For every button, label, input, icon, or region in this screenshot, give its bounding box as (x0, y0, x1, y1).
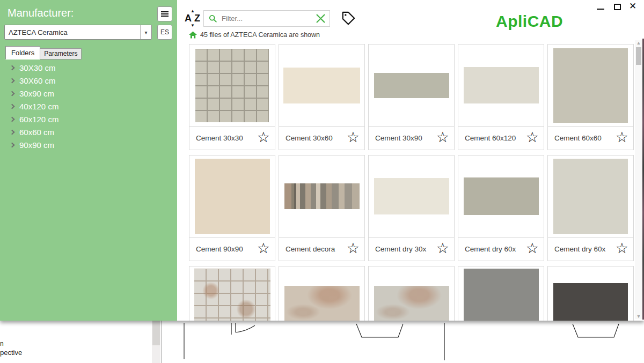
minimize-button[interactable] (597, 9, 604, 10)
tile-image (283, 68, 360, 103)
tile-card[interactable]: Cement 30x60 ☆ (279, 44, 365, 150)
tag-button[interactable] (340, 9, 357, 26)
background-panel-divider (161, 321, 162, 363)
tile-label-bar: Cement dry 60x ☆ (458, 237, 544, 261)
favorite-star-icon[interactable]: ☆ (436, 130, 449, 145)
favorite-star-icon[interactable]: ☆ (526, 241, 539, 256)
clear-filter-button[interactable] (311, 13, 330, 24)
library-main-area: AZ ▲ ▼ Ap (177, 0, 644, 321)
cad-drawing (0, 321, 644, 363)
tile-card[interactable]: Cement dry 60x ☆ (458, 155, 544, 261)
manufacturer-value: AZTECA Ceramica (5, 25, 140, 39)
chevron-right-icon (10, 142, 15, 147)
manufacturer-sidebar: Manufacturer: AZTECA Ceramica ▾ ES Folde… (0, 0, 177, 321)
tile-image-area (189, 45, 275, 126)
tile-image (374, 73, 449, 98)
tile-name: Cement decora (286, 245, 347, 253)
tile-image (553, 48, 628, 123)
manufacturer-combobox[interactable]: AZTECA Ceramica ▾ (4, 25, 152, 40)
tile-image-area (189, 155, 275, 237)
chevron-right-icon (10, 78, 15, 83)
tile-name: Cement 30x90 (375, 134, 436, 142)
tile-image-area (548, 155, 633, 237)
tile-grid: Cement 30x30 ☆ Cement 30x60 ☆ Cement 30x… (189, 44, 634, 321)
tile-card[interactable] (189, 266, 275, 321)
language-button[interactable]: ES (157, 25, 172, 40)
chevron-right-icon (10, 91, 15, 96)
background-scrollbar-thumb[interactable] (152, 321, 160, 345)
background-scrollbar[interactable] (152, 321, 160, 363)
tile-card[interactable]: Cement 60x120 ☆ (458, 44, 544, 150)
tile-image (374, 178, 449, 214)
tile-image (464, 177, 539, 215)
favorite-star-icon[interactable]: ☆ (347, 130, 360, 145)
tile-card[interactable]: Cement 30x30 ☆ (189, 44, 275, 150)
favorite-star-icon[interactable]: ☆ (257, 241, 270, 256)
favorite-star-icon[interactable]: ☆ (347, 241, 360, 256)
combobox-dropdown-button[interactable]: ▾ (140, 25, 151, 39)
tile-image (194, 269, 270, 321)
tab-parameters[interactable]: Parameters (40, 48, 82, 60)
close-button[interactable]: ✕ (629, 1, 636, 12)
folder-item-60x120[interactable]: 60x120 cm (0, 113, 177, 125)
tile-name: Cement 60x120 (465, 134, 526, 142)
tile-image (464, 67, 539, 103)
sort-up-icon: ▲ (191, 9, 195, 13)
tile-image-area (279, 45, 364, 126)
tile-image-area (548, 45, 633, 126)
sort-down-icon: ▼ (191, 23, 195, 28)
menu-button[interactable] (157, 6, 172, 21)
scrollbar-thumb[interactable] (636, 47, 641, 65)
tile-name: Cement 30x30 (196, 134, 257, 142)
tag-icon (341, 11, 356, 25)
folder-item-60x60[interactable]: 60x60 cm (0, 125, 177, 138)
tile-card[interactable]: Cement 90x90 ☆ (189, 155, 275, 261)
filter-input[interactable] (217, 14, 311, 23)
favorite-star-icon[interactable]: ☆ (257, 130, 270, 145)
favorite-star-icon[interactable]: ☆ (436, 241, 449, 256)
vertical-scrollbar[interactable]: ▲ ▼ (635, 40, 642, 319)
tile-card[interactable]: Cement 30x90 ☆ (368, 44, 455, 150)
maximize-button[interactable] (614, 4, 621, 10)
tile-image (284, 183, 360, 209)
folder-item-30x30[interactable]: 30X30 cm (0, 61, 177, 74)
tile-label-bar: Cement 30x60 ☆ (279, 126, 364, 150)
folder-item-90x90[interactable]: 90x90 cm (0, 138, 177, 151)
folder-label: 30X30 cm (19, 63, 56, 72)
tile-image (464, 269, 539, 321)
tile-name: Cement dry 30x (375, 245, 436, 253)
tab-folders[interactable]: Folders (5, 46, 40, 60)
tile-label-bar: Cement 60x60 ☆ (548, 126, 633, 150)
tile-card[interactable]: Cement dry 30x ☆ (368, 155, 455, 261)
tile-label-bar: Cement dry 30x ☆ (369, 237, 454, 261)
favorite-star-icon[interactable]: ☆ (616, 130, 628, 145)
folder-item-40x120[interactable]: 40x120 cm (0, 100, 177, 113)
favorite-star-icon[interactable]: ☆ (526, 130, 539, 145)
chevron-right-icon (10, 103, 15, 109)
favorite-star-icon[interactable]: ☆ (616, 241, 628, 256)
tile-image-area (458, 155, 544, 237)
clear-x-icon (315, 13, 326, 24)
tile-card[interactable]: Cement 60x60 ☆ (547, 44, 634, 150)
tile-card[interactable] (279, 266, 365, 321)
tile-name: Cement 90x90 (196, 245, 257, 253)
folder-item-30x60[interactable]: 30X60 cm (0, 74, 177, 87)
folder-label: 60x60 cm (19, 128, 54, 137)
tile-name: Cement dry 60x (465, 245, 526, 253)
tile-image-area (369, 266, 454, 321)
hamburger-menu-icon (161, 10, 169, 18)
tile-image-area (369, 155, 454, 237)
tile-card[interactable]: Cement dry 60x ☆ (547, 155, 634, 261)
tile-name: Cement dry 60x (554, 245, 616, 253)
tile-card[interactable] (458, 266, 544, 321)
sort-button[interactable]: AZ ▲ ▼ (184, 10, 202, 27)
tile-image-area (369, 45, 454, 126)
tile-card[interactable] (368, 266, 455, 321)
scroll-down-icon[interactable]: ▼ (635, 314, 642, 319)
scroll-up-icon[interactable]: ▲ (635, 40, 642, 46)
tile-card[interactable]: Cement decora ☆ (279, 155, 365, 261)
tile-image (553, 159, 628, 234)
folder-item-30x90[interactable]: 30x90 cm (0, 87, 177, 100)
tile-card[interactable] (547, 266, 634, 321)
viewport-label-fragment: pective (0, 349, 22, 357)
